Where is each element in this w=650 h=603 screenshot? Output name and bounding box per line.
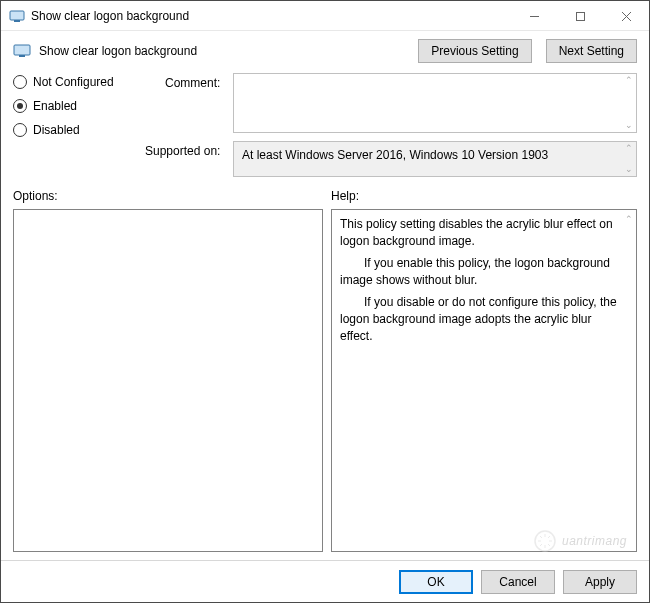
options-pane (13, 209, 323, 552)
next-setting-button[interactable]: Next Setting (546, 39, 637, 63)
maximize-button[interactable] (557, 1, 603, 31)
previous-setting-button[interactable]: Previous Setting (418, 39, 531, 63)
help-paragraph: If you disable or do not configure this … (340, 294, 618, 346)
minimize-button[interactable] (511, 1, 557, 31)
scroll-indicator: ⌃ (625, 213, 633, 226)
policy-editor-window: Show clear logon background Show clear l… (0, 0, 650, 603)
svg-rect-6 (14, 45, 30, 55)
svg-rect-3 (576, 12, 584, 20)
svg-rect-7 (19, 55, 25, 57)
help-pane: This policy setting disables the acrylic… (331, 209, 637, 552)
radio-not-configured[interactable]: Not Configured (13, 75, 163, 89)
section-labels: Options: Help: (1, 177, 649, 207)
options-label: Options: (13, 189, 331, 203)
radio-icon (13, 75, 27, 89)
header-row: Show clear logon background Previous Set… (1, 31, 649, 69)
radio-label: Not Configured (33, 75, 114, 89)
radio-disabled[interactable]: Disabled (13, 123, 163, 137)
panes: This policy setting disables the acrylic… (1, 207, 649, 560)
scroll-indicator: ⌃⌄ (624, 144, 634, 174)
next-setting-label: Next Setting (559, 44, 624, 58)
dialog-body: Show clear logon background Previous Set… (1, 31, 649, 602)
radio-label: Enabled (33, 99, 77, 113)
comment-textarea[interactable]: ⌃⌄ (233, 73, 637, 133)
ok-label: OK (427, 575, 444, 589)
close-button[interactable] (603, 1, 649, 31)
radio-icon (13, 99, 27, 113)
state-radio-group: Not Configured Enabled Disabled (13, 73, 163, 137)
apply-label: Apply (585, 575, 615, 589)
config-grid: Not Configured Enabled Disabled Comment:… (1, 69, 649, 177)
svg-rect-1 (14, 20, 20, 22)
cancel-label: Cancel (499, 575, 536, 589)
supported-on-value: At least Windows Server 2016, Windows 10… (242, 148, 548, 162)
window-controls (511, 1, 649, 30)
apply-button[interactable]: Apply (563, 570, 637, 594)
radio-icon (13, 123, 27, 137)
supported-on-label: Supported on: (145, 141, 231, 158)
help-label: Help: (331, 189, 359, 203)
previous-setting-label: Previous Setting (431, 44, 518, 58)
policy-icon (13, 42, 31, 60)
radio-label: Disabled (33, 123, 80, 137)
dialog-footer: OK Cancel Apply (1, 560, 649, 602)
titlebar: Show clear logon background (1, 1, 649, 31)
scroll-indicator: ⌃⌄ (624, 76, 634, 130)
ok-button[interactable]: OK (399, 570, 473, 594)
window-title: Show clear logon background (31, 9, 511, 23)
comment-label: Comment: (165, 73, 231, 90)
svg-rect-0 (10, 11, 24, 20)
help-paragraph: If you enable this policy, the logon bac… (340, 255, 618, 290)
app-icon (9, 8, 25, 24)
cancel-button[interactable]: Cancel (481, 570, 555, 594)
supported-on-box: At least Windows Server 2016, Windows 10… (233, 141, 637, 177)
radio-enabled[interactable]: Enabled (13, 99, 163, 113)
setting-title: Show clear logon background (39, 44, 404, 58)
help-paragraph: This policy setting disables the acrylic… (340, 217, 613, 248)
